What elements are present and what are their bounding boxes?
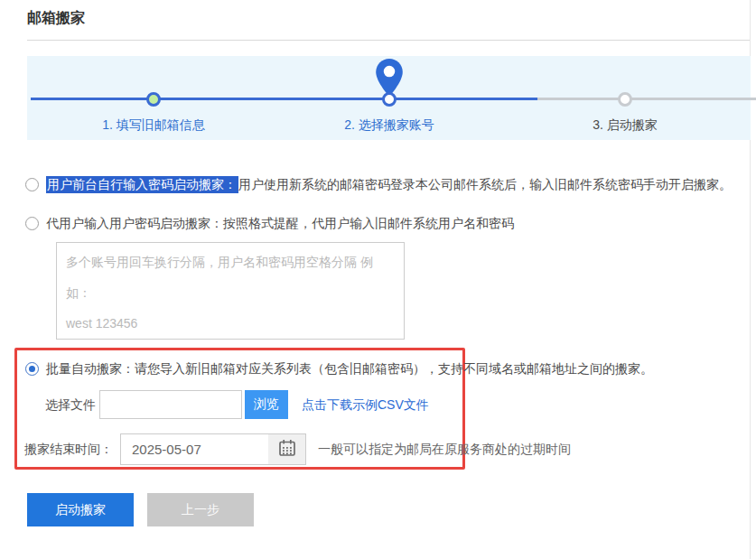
step-circle-3 (618, 92, 632, 107)
radio-proxy-password[interactable] (25, 217, 39, 230)
file-select-label: 选择文件 (45, 397, 96, 414)
step-label-3: 3. 启动搬家 (526, 117, 724, 134)
radio-dot (29, 366, 35, 372)
title-divider (27, 40, 751, 41)
stepper-track-pending (537, 98, 756, 100)
option-manual-password-rest: 用户使用新系统的邮箱密码登录本公司邮件系统后，输入旧邮件系统密码手动开启搬家。 (238, 177, 732, 191)
stepper-track-done (31, 98, 537, 100)
step-circle-1 (146, 92, 161, 107)
email-migration-page: 邮箱搬家 1. 填写旧邮箱信息 2. 选择搬家账号 3. 启动搬家 用户前台自行… (0, 0, 756, 559)
browse-button[interactable]: 浏览 (245, 390, 288, 419)
migration-stepper: 1. 填写旧邮箱信息 2. 选择搬家账号 3. 启动搬家 (27, 56, 751, 140)
page-title: 邮箱搬家 (27, 9, 85, 28)
end-date-input[interactable] (120, 433, 269, 465)
step-label-2: 2. 选择搬家账号 (290, 117, 489, 134)
end-date-hint: 一般可以指定为邮局在原服务商处的过期时间 (318, 442, 571, 458)
option-row-proxy-password: 代用户输入用户密码启动搬家：按照格式提醒，代用户输入旧邮件系统用户名和密码 (25, 215, 748, 232)
option-proxy-password-label: 代用户输入用户密码启动搬家：按照格式提醒，代用户输入旧邮件系统用户名和密码 (46, 215, 514, 232)
option-batch-auto-label: 批量自动搬家：请您导入新旧邮箱对应关系列表（包含旧邮箱密码），支持不同域名或邮箱… (46, 360, 653, 377)
calendar-button[interactable] (268, 433, 306, 465)
radio-manual-password[interactable] (25, 178, 39, 191)
option-row-batch-auto: 批量自动搬家：请您导入新旧邮箱对应关系列表（包含旧邮箱密码），支持不同域名或邮箱… (25, 360, 739, 377)
option-row-manual-password: 用户前台自行输入密码启动搬家：用户使用新系统的邮箱密码登录本公司邮件系统后，输入… (25, 176, 748, 193)
option-manual-password-highlight: 用户前台自行输入密码启动搬家： (46, 176, 238, 193)
calendar-icon (278, 439, 296, 460)
step-circle-2 (382, 92, 397, 107)
start-migration-button[interactable]: 启动搬家 (27, 493, 134, 526)
accounts-textarea[interactable] (56, 242, 405, 340)
option-manual-password-label: 用户前台自行输入密码启动搬家：用户使用新系统的邮箱密码登录本公司邮件系统后，输入… (46, 176, 732, 193)
prev-step-button[interactable]: 上一步 (147, 493, 254, 526)
sample-csv-link[interactable]: 点击下载示例CSV文件 (302, 397, 429, 414)
file-path-input[interactable] (99, 390, 242, 419)
end-date-label: 搬家结束时间： (24, 442, 113, 458)
step-label-1: 1. 填写旧邮箱信息 (54, 117, 253, 134)
radio-batch-auto[interactable] (25, 362, 39, 376)
